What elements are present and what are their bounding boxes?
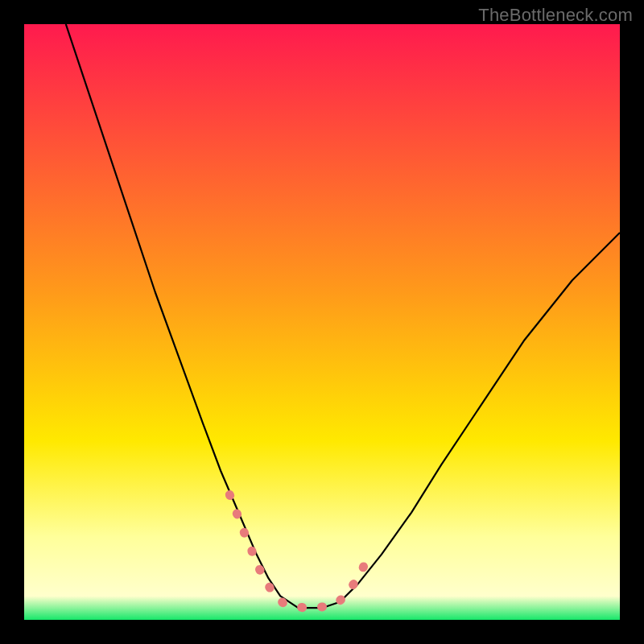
gradient-background xyxy=(24,24,620,620)
bottleneck-chart xyxy=(24,24,620,620)
chart-frame: TheBottleneck.com xyxy=(0,0,644,644)
watermark-text: TheBottleneck.com xyxy=(478,5,633,26)
